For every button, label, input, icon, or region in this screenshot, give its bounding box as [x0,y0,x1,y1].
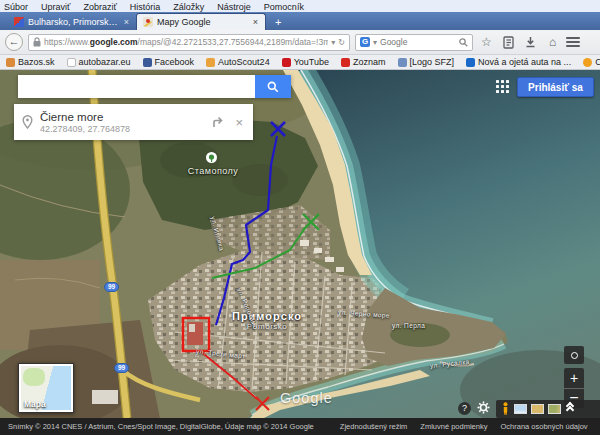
menu-pomocnik[interactable]: Pomocník [264,2,304,12]
imagery-thumbnail[interactable] [514,404,527,414]
menu-icon[interactable] [566,37,580,47]
place-pin-icon [22,115,33,129]
bookmark-bazos[interactable]: Bazos.sk [6,57,55,67]
navigation-toolbar: ← https://www.google.com/maps/@42.272153… [0,30,600,55]
search-engine-dropdown-icon[interactable]: ▾ [373,38,377,47]
maps-search-box[interactable] [18,75,291,98]
tab-bar: Bulharsko, Primorsko. Aké má... × Mapy G… [0,12,600,30]
facebook-icon [143,58,152,67]
imagery-thumbnail[interactable] [548,404,561,414]
tab-title: Mapy Google [157,17,248,27]
search-icon [267,81,279,93]
road-shield-99: 99 [114,363,129,373]
bookmark-autobazar[interactable]: autobazar.eu [67,57,131,67]
new-tab-button[interactable]: + [268,15,288,30]
page-favicon [14,17,24,27]
map-attribution: Snímky © 2014 CNES / Astrium, Cnes/Spot … [8,422,314,431]
map-type-toggle[interactable]: Mapa [18,363,74,413]
zoznam-icon [341,58,350,67]
bookmark-label: Nová a ojetá auta na ... [478,57,571,67]
search-bar[interactable]: G ▾ [355,34,473,51]
pegman-icon[interactable] [501,402,510,416]
bookmark-logo-sfz[interactable]: [Logo SFZ] [398,57,455,67]
tab-mapy-google[interactable]: Mapy Google × [136,13,266,30]
lite-mode-link[interactable]: Zjednodušený režim [340,422,408,431]
search-icon[interactable] [459,38,468,47]
map-canvas[interactable]: Стамополу ПриморскоPrimorsko ул. Иглика … [0,70,600,418]
menu-nastroje[interactable]: Nástroje [217,2,251,12]
bazos-icon [6,58,15,67]
help-button[interactable]: ? [458,402,471,415]
bookmark-label: [Logo SFZ] [410,57,455,67]
reload-icon[interactable]: ↻ [338,38,345,47]
bookmark-label: AutoScout24 [218,57,270,67]
downloads-icon[interactable] [522,36,539,48]
centrum-icon [583,58,592,67]
park-tree-icon [206,152,217,163]
bookmark-youtube[interactable]: YouTube [282,57,329,67]
menu-upravit[interactable]: Upraviť [41,2,70,12]
autobazar-icon [67,58,76,67]
sign-in-button[interactable]: Prihlásiť sa [517,77,594,97]
bookmark-facebook[interactable]: Facebook [143,57,195,67]
menu-zobrazit[interactable]: Zobraziť [83,2,116,12]
bookmark-label: Facebook [155,57,195,67]
bookmark-zoznam[interactable]: Zoznam [341,57,386,67]
tab-bulharsko-primorsko[interactable]: Bulharsko, Primorsko. Aké má... × [8,13,136,30]
browser-window: Súbor Upraviť Zobraziť História Záložky … [0,0,600,435]
url-text: https://www.google.com/maps/@42.2721533,… [44,37,328,47]
result-title: Čierne more [40,111,204,123]
collapse-chevron-icon[interactable] [567,406,573,413]
bookmark-label: Centrum.sk [595,57,600,67]
tab-close-icon[interactable]: × [123,17,130,27]
bookmark-label: Bazos.sk [18,57,55,67]
settings-gear-icon[interactable] [477,401,490,414]
menu-historia[interactable]: História [130,2,161,12]
maps-favicon [143,17,153,27]
imagery-bar [496,400,600,418]
menu-zalozky[interactable]: Záložky [173,2,204,12]
bookmarks-toolbar: Bazos.sk autobazar.eu Facebook AutoScout… [0,55,600,70]
maptype-label: Mapa [24,399,46,409]
google-watermark: Google [280,390,333,406]
zoom-in-button[interactable]: + [564,368,584,388]
back-button[interactable]: ← [5,33,23,51]
url-bar[interactable]: https://www.google.com/maps/@42.2721533,… [28,34,350,51]
sfz-icon [398,58,407,67]
bookmarks-menu-icon[interactable] [500,36,517,49]
my-location-button[interactable] [564,346,584,364]
privacy-link[interactable]: Ochrana osobných údajov [500,422,587,431]
home-icon[interactable]: ⌂ [544,35,561,49]
bookmark-autoscout24[interactable]: AutoScout24 [206,57,270,67]
bookmark-centrum[interactable]: Centrum.sk [583,57,600,67]
imagery-thumbnail[interactable] [531,404,544,414]
maptype-thumbnail [23,368,45,386]
maps-search-input[interactable] [18,75,255,98]
maps-search-button[interactable] [255,75,291,98]
autoscout24-icon [206,58,215,67]
search-engine-icon[interactable]: G [360,37,370,47]
menu-subor[interactable]: Súbor [4,2,28,12]
terms-link[interactable]: Zmluvné podmienky [420,422,487,431]
youtube-icon [282,58,291,67]
bookmark-label: autobazar.eu [79,57,131,67]
close-icon[interactable]: × [233,115,245,130]
result-coordinates: 42.278409, 27.764878 [40,124,204,134]
bookmark-star-icon[interactable]: ☆ [478,35,495,49]
directions-icon[interactable] [211,115,226,130]
url-dropdown-icon[interactable]: ▾ [331,38,335,47]
google-apps-grid-icon[interactable] [496,80,511,95]
lock-icon [33,37,41,47]
search-result-card: Čierne more 42.278409, 27.764878 × [14,104,253,140]
maps-footer: Snímky © 2014 CNES / Astrium, Cnes/Spot … [0,418,600,435]
result-texts: Čierne more 42.278409, 27.764878 [40,111,204,134]
tab-close-icon[interactable]: × [252,17,259,27]
location-icon [571,352,578,359]
road-shield-99: 99 [104,282,119,292]
bookmark-label: Zoznam [353,57,386,67]
menu-bar: Súbor Upraviť Zobraziť História Záložky … [0,0,600,12]
bookmark-nova-ojeta-auta[interactable]: Nová a ojetá auta na ... [466,57,571,67]
tab-title: Bulharsko, Primorsko. Aké má... [28,17,119,27]
mobile-icon [466,58,475,67]
search-input[interactable] [380,37,456,47]
